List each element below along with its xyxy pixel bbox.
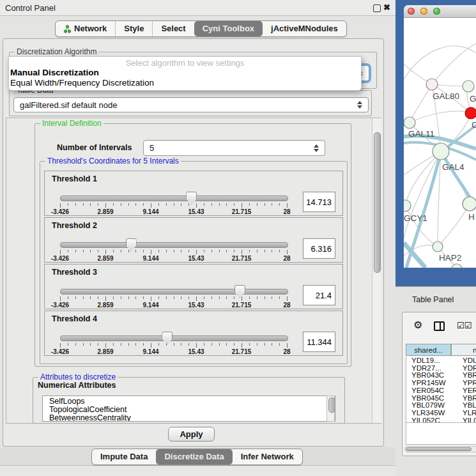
tab-infer-network[interactable]: Infer Network	[233, 449, 302, 464]
combo-arrows-icon	[357, 101, 362, 109]
tab-select[interactable]: Select	[152, 21, 194, 36]
algorithm-option-1[interactable]: Equal Width/Frequency Discretization	[10, 78, 355, 88]
network-canvas[interactable]: GAL80GACGAL11GAL4GCY1HHAP2	[404, 18, 476, 268]
network-edge[interactable]	[405, 151, 441, 206]
tab-style[interactable]: Style	[115, 21, 152, 36]
table-row[interactable]: YBL079WYBL0	[406, 401, 476, 409]
tick-mark	[68, 343, 68, 346]
attributes-scrollbar[interactable]	[326, 395, 335, 422]
mac-close-button[interactable]	[408, 8, 415, 15]
column-header-shared[interactable]: shared...	[406, 344, 451, 356]
network-edge[interactable]	[404, 151, 441, 238]
slider-thumb[interactable]	[186, 192, 197, 204]
table-row[interactable]: YDL19...YDL1	[406, 357, 476, 364]
tick-mark	[279, 296, 280, 299]
network-edge[interactable]	[410, 84, 432, 123]
tick-mark	[272, 250, 272, 252]
network-node-gal4[interactable]	[433, 143, 449, 160]
main-scrollbar[interactable]	[372, 118, 381, 423]
slider-thumb[interactable]	[162, 332, 173, 344]
mac-minimize-button[interactable]	[420, 8, 427, 15]
tick-mark	[272, 343, 272, 346]
network-node-gal80[interactable]	[426, 79, 438, 90]
split-view-icon[interactable]	[434, 321, 445, 331]
tick-mark	[226, 250, 227, 252]
table-row[interactable]: YBR043CYBR0	[406, 371, 476, 379]
network-node-ga[interactable]	[463, 81, 474, 92]
float-window-icon[interactable]	[373, 4, 381, 12]
tab-network[interactable]: Network	[56, 21, 115, 36]
tick-mark	[68, 203, 68, 206]
table-panel: ⚙ ☑☑ shared... na YDL19...YDL1YDR27...YD…	[402, 312, 476, 456]
tick-label: -3.426	[42, 255, 78, 262]
table-panel-section: Table Panel ⚙ ☑☑ shared... na YDL19...YD…	[395, 286, 476, 476]
network-node-gal11[interactable]	[404, 117, 415, 128]
threshold-value-field[interactable]: 21.4	[303, 285, 335, 305]
network-edge[interactable]	[438, 204, 470, 247]
network-edge[interactable]	[432, 43, 476, 84]
close-icon[interactable]: ✖	[383, 3, 390, 12]
table-body[interactable]: YDL19...YDL1YDR27...YDR2YBR043CYBR0YPR14…	[406, 357, 476, 423]
attribute-item[interactable]: BetweennessCentrality	[43, 414, 335, 422]
node-label: HAP2	[439, 253, 461, 263]
table-row[interactable]: YLR345WYLR3	[406, 409, 476, 417]
cell-shared-name: YBL079W	[411, 401, 445, 409]
scrollbar-thumb[interactable]	[374, 132, 381, 273]
scrollbar-thumb[interactable]	[406, 447, 472, 451]
network-edge[interactable]	[405, 206, 438, 247]
slider-thumb[interactable]	[234, 285, 245, 298]
network-window-titlebar[interactable]	[404, 5, 476, 18]
checkbox-checked-icon[interactable]: ☑☑	[457, 321, 472, 330]
table-hscrollbar[interactable]	[404, 446, 476, 452]
algorithm-option-0[interactable]: Manual Discretization	[10, 68, 355, 77]
threshold-value-field[interactable]: 11.344	[303, 332, 335, 352]
node-label: GCY1	[404, 213, 427, 223]
table-row[interactable]: YBR045CYBR0	[406, 394, 476, 402]
slider-track[interactable]	[60, 289, 288, 295]
tab-jactivemnodules[interactable]: jActiveMNodules	[263, 21, 346, 36]
cell-shared-name: YLR345W	[411, 409, 445, 417]
apply-button[interactable]: Apply	[168, 427, 215, 441]
control-panel-title: Control Panel	[5, 3, 56, 13]
mac-zoom-button[interactable]	[433, 8, 440, 15]
slider-track[interactable]	[60, 242, 288, 248]
node-label: H	[468, 212, 475, 222]
tick-mark	[113, 203, 114, 206]
network-node-hap2[interactable]	[433, 242, 443, 252]
threshold-value-field[interactable]: 6.316	[303, 238, 335, 259]
attribute-item[interactable]: SelfLoops	[43, 396, 335, 406]
tick-mark	[188, 203, 189, 206]
tick-mark	[234, 343, 234, 346]
tab-discretize-data[interactable]: Discretize Data	[156, 449, 232, 464]
network-node-gcy1[interactable]	[404, 200, 411, 211]
threshold-value-field[interactable]: 14.713	[303, 192, 335, 212]
tick-mark	[151, 296, 151, 301]
table-row[interactable]: YDR27...YDR2	[406, 364, 476, 372]
tick-label: 15.43	[178, 208, 214, 215]
slider-track[interactable]	[60, 196, 288, 201]
tick-label: 21.715	[224, 348, 259, 355]
tick-mark	[257, 203, 257, 206]
column-header-name[interactable]: na	[451, 344, 476, 356]
network-node-c[interactable]	[465, 107, 476, 119]
tick-label: 15.43	[178, 302, 214, 309]
table-row[interactable]: YPR145WYPR1	[406, 379, 476, 387]
gear-icon[interactable]: ⚙	[413, 319, 422, 331]
control-panel-titlebar: Control Panel	[0, 0, 395, 16]
tick-mark	[143, 296, 144, 299]
tick-mark	[105, 250, 106, 254]
table-row[interactable]: YER054CYER0	[406, 387, 476, 394]
slider-thumb[interactable]	[126, 238, 137, 251]
scrollbar-thumb[interactable]	[328, 397, 335, 413]
tick-mark	[265, 343, 265, 346]
tab-impute-data[interactable]: Impute Data	[92, 449, 156, 464]
tab-cyni-toolbox[interactable]: Cyni Toolbox	[194, 21, 263, 36]
thresholds-title: Threshold's Coordinates for 5 Intervals	[45, 157, 181, 165]
num-intervals-combobox[interactable]: 5	[143, 140, 325, 156]
tick-mark	[83, 343, 84, 346]
table-row[interactable]: YIL052CYIL0	[406, 417, 476, 423]
table-data-combobox[interactable]: galFiltered.sif default node	[13, 97, 369, 112]
numerical-attributes-list[interactable]: SelfLoopsTopologicalCoefficientBetweenne…	[42, 395, 335, 422]
network-node-h[interactable]	[463, 197, 476, 211]
slider-track[interactable]	[60, 335, 288, 341]
